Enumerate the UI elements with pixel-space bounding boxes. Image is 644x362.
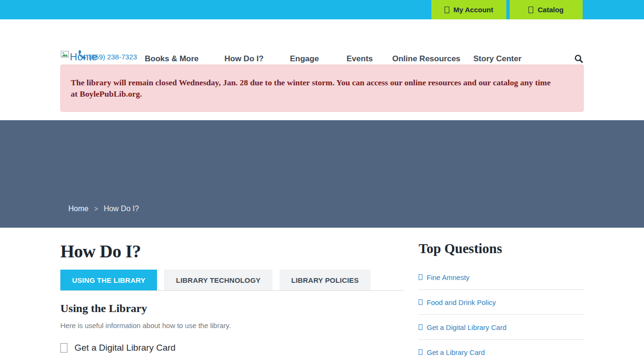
broken-image-icon <box>61 51 69 58</box>
sidebar-top-questions: Top Questions Fine Amnesty Food and Drin… <box>419 228 584 362</box>
how-do-i-list: Get a Digital Library Card Get a Library… <box>60 343 404 362</box>
tab-using-the-library[interactable]: USING THE LIBRARY <box>60 270 157 290</box>
list-item-label: Get a Digital Library Card <box>74 343 175 353</box>
sidebar-link-food-and-drink-policy[interactable]: Food and Drink Policy <box>419 290 584 315</box>
breadcrumb-current: How Do I? <box>104 205 139 213</box>
my-account-button[interactable]: My Account <box>431 0 506 19</box>
main-navigation: Home (859) 238-7323 Books & More How Do … <box>0 19 644 61</box>
sidebar-link-get-library-card[interactable]: Get a Library Card <box>419 340 584 362</box>
link-bullet-icon <box>419 349 422 355</box>
alert-banner: The library will remain closed Wednesday… <box>60 65 584 112</box>
sidebar-links: Fine Amnesty Food and Drink Policy Get a… <box>419 265 584 362</box>
phone-icon <box>77 49 87 60</box>
sidebar-link-label: Get a Library Card <box>427 348 485 356</box>
main-column: How Do I? USING THE LIBRARY LIBRARY TECH… <box>60 228 404 362</box>
sidebar-link-label: Get a Digital Library Card <box>427 323 506 331</box>
sidebar-link-get-digital-library-card[interactable]: Get a Digital Library Card <box>419 315 584 340</box>
page: My Account Catalog Home (859) 238-7323 B… <box>0 0 644 362</box>
catalog-icon <box>528 7 533 13</box>
account-icon <box>445 7 449 13</box>
nav-engage[interactable]: Engage <box>290 54 319 64</box>
link-bullet-icon <box>419 274 422 280</box>
my-account-label: My Account <box>454 6 493 14</box>
breadcrumb-home-link[interactable]: Home <box>68 205 89 213</box>
sidebar-link-label: Food and Drink Policy <box>427 298 496 306</box>
alert-text: The library will remain closed Wednesday… <box>71 77 556 99</box>
nav-how-do-i[interactable]: How Do I? <box>224 54 264 64</box>
page-title: How Do I? <box>60 241 404 262</box>
nav-books-and-more[interactable]: Books & More <box>145 54 198 64</box>
tab-library-policies[interactable]: LIBRARY POLICIES <box>280 270 371 290</box>
link-bullet-icon <box>419 299 422 305</box>
topbar: My Account Catalog <box>0 0 644 19</box>
tab-bar: USING THE LIBRARY LIBRARY TECHNOLOGY LIB… <box>60 270 404 291</box>
catalog-label: Catalog <box>537 6 563 14</box>
nav-story-center[interactable]: Story Center <box>473 54 521 64</box>
sidebar-link-label: Fine Amnesty <box>427 273 470 281</box>
item-bullet-icon <box>60 343 67 353</box>
section-heading: Using the Library <box>60 302 404 315</box>
list-item-get-digital-library-card[interactable]: Get a Digital Library Card <box>60 343 404 353</box>
section-description: Here is useful information about how to … <box>60 321 404 329</box>
phone-link[interactable]: (859) 238-7323 <box>77 49 137 61</box>
sidebar-title: Top Questions <box>419 241 584 256</box>
tab-library-technology[interactable]: LIBRARY TECHNOLOGY <box>164 270 272 290</box>
nav-online-resources[interactable]: Online Resources <box>392 54 461 64</box>
breadcrumb-separator: > <box>94 205 98 213</box>
link-bullet-icon <box>419 324 422 330</box>
catalog-button[interactable]: Catalog <box>510 0 583 19</box>
nav-events[interactable]: Events <box>347 54 373 64</box>
breadcrumb: Home > How Do I? <box>68 205 139 213</box>
phone-number: (859) 238-7323 <box>89 53 137 61</box>
sidebar-link-fine-amnesty[interactable]: Fine Amnesty <box>419 265 584 290</box>
search-icon[interactable] <box>574 54 583 63</box>
